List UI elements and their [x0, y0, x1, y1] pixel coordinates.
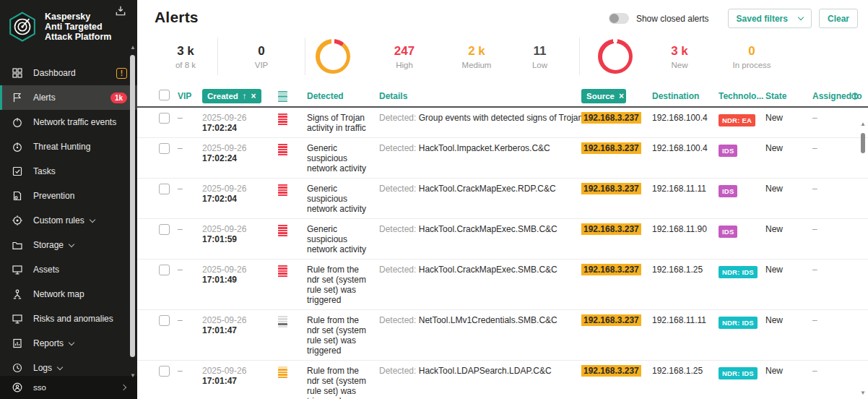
saved-filters-button[interactable]: Saved filters	[728, 9, 812, 28]
row-checkbox[interactable]	[159, 143, 170, 154]
sidebar-item-assets[interactable]: Assets	[0, 257, 137, 282]
column-details[interactable]: Details	[379, 91, 581, 101]
report-chart-icon	[12, 338, 23, 349]
state-cell: New	[765, 366, 812, 376]
traffic-gauge-icon	[12, 116, 23, 128]
download-icon[interactable]	[114, 4, 127, 17]
row-checkbox[interactable]	[159, 315, 170, 326]
sidebar-item-label: Network traffic events	[33, 117, 116, 127]
clear-button[interactable]: Clear	[819, 9, 858, 28]
table-row[interactable]: – 2025-09-26 17:02:24 Generic suspicious…	[137, 138, 868, 179]
destination-cell: 192.168.1.25	[652, 265, 719, 275]
sidebar-item-risks-and-anomalies[interactable]: Risks and anomalies	[0, 306, 137, 331]
row-checkbox[interactable]	[159, 265, 170, 275]
sidebar-item-prevention[interactable]: Prevention	[0, 184, 137, 208]
table-row[interactable]: – 2025-09-26 17:01:59 Generic suspicious…	[137, 219, 868, 259]
row-checkbox[interactable]	[159, 184, 170, 194]
sidebar: Kaspersky Anti Targeted Attack Platform …	[0, 0, 137, 399]
topbar: Alerts Show closed alerts Saved filters …	[137, 0, 868, 28]
sidebar-item-reports[interactable]: Reports	[0, 331, 137, 356]
sidebar-nav: Dashboard! Alerts1k Network traffic even…	[0, 61, 137, 380]
importance-icon	[278, 366, 287, 378]
sidebar-scrollbar[interactable]: ▲ ▼	[129, 45, 136, 379]
sidebar-item-tasks[interactable]: Tasks	[0, 159, 137, 184]
created-filter-chip[interactable]: Created ↑ ×	[202, 89, 261, 103]
importance-column-icon[interactable]	[278, 91, 287, 103]
kaspersky-logo	[7, 12, 38, 42]
row-checkbox[interactable]	[159, 224, 170, 235]
row-checkbox[interactable]	[159, 366, 170, 377]
table-row[interactable]: – 2025-09-26 17:01:47 Rule from the ndr …	[137, 361, 868, 399]
technology-badge: IDS	[719, 185, 737, 197]
chevron-down-icon	[798, 14, 804, 20]
importance-icon	[278, 184, 287, 196]
scroll-down-icon[interactable]: ▼	[129, 373, 136, 379]
table-row[interactable]: – 2025-09-26 17:01:47 Rule from the ndr …	[137, 310, 868, 361]
stats-bar: 3 k of 8 k 0 VIP 247 High 2 k Medium 11 …	[154, 34, 868, 79]
network-map-icon	[12, 288, 23, 300]
sidebar-item-network-traffic-events[interactable]: Network traffic events	[0, 110, 137, 134]
importance-icon	[278, 265, 287, 277]
state-cell: New	[765, 184, 812, 194]
sidebar-item-threat-hunting[interactable]: Threat Hunting	[0, 134, 137, 159]
sidebar-item-label: Risks and anomalies	[33, 314, 113, 324]
user-circle-icon	[12, 382, 23, 393]
table-row[interactable]: – 2025-09-26 17:02:24 Signs of Trojan ac…	[137, 108, 868, 138]
technology-badge: NDR: IDS	[719, 266, 758, 278]
stat-vip: 0 VIP	[218, 44, 305, 69]
column-state[interactable]: State	[765, 91, 812, 101]
source-cell: 192.168.3.237	[581, 184, 652, 194]
divider	[579, 38, 580, 75]
sidebar-item-storage[interactable]: Storage	[0, 233, 137, 257]
sidebar-item-label: Tasks	[33, 166, 56, 176]
scrollbar-thumb[interactable]	[130, 55, 135, 357]
sidebar-item-network-map[interactable]: Network map	[0, 282, 137, 306]
show-closed-alerts-toggle[interactable]	[609, 13, 629, 24]
scrollbar-thumb[interactable]	[861, 133, 865, 153]
select-all-checkbox[interactable]	[159, 90, 170, 100]
column-detected[interactable]: Detected	[307, 91, 379, 101]
stat-high: 247 High	[365, 44, 444, 69]
detected-cell: Signs of Trojan activity in traffic	[307, 113, 379, 133]
close-icon[interactable]: ×	[619, 93, 624, 100]
scroll-up-icon[interactable]: ▲	[859, 121, 867, 127]
column-destination[interactable]: Destination	[652, 91, 719, 101]
table-row[interactable]: – 2025-09-26 17:01:49 Rule from the ndr …	[137, 259, 868, 310]
detected-cell: Generic suspicious network activity	[307, 143, 379, 173]
gear-icon[interactable]: ⚙	[850, 90, 859, 102]
sidebar-item-custom-rules[interactable]: Custom rules	[0, 208, 137, 233]
close-icon[interactable]: ×	[251, 93, 256, 100]
source-filter-chip[interactable]: Source ×	[581, 89, 626, 103]
monitor-icon	[12, 313, 23, 325]
vip-cell: –	[178, 143, 202, 153]
sidebar-item-sso[interactable]: sso	[0, 376, 137, 399]
importance-icon	[278, 144, 287, 155]
scroll-up-icon[interactable]: ▲	[129, 45, 136, 51]
chevron-right-icon	[121, 385, 126, 390]
created-cell: 2025-09-26 17:02:24	[202, 113, 278, 133]
vip-cell: –	[178, 315, 202, 325]
column-assigned[interactable]: Assigned to	[812, 91, 868, 101]
tasks-check-icon	[12, 166, 23, 177]
table-row[interactable]: – 2025-09-26 17:02:04 Generic suspicious…	[137, 179, 868, 219]
scroll-down-icon[interactable]: ▼	[859, 390, 867, 396]
row-checkbox[interactable]	[159, 113, 170, 124]
vip-cell: –	[178, 366, 202, 376]
created-cell: 2025-09-26 17:02:24	[202, 143, 278, 163]
sidebar-item-label: Storage	[33, 240, 64, 250]
technology-badge: NDR: IDS	[719, 367, 758, 379]
column-vip[interactable]: VIP	[178, 91, 202, 101]
table-scrollbar[interactable]: ▲ ▼	[859, 121, 867, 396]
created-cell: 2025-09-26 17:02:04	[202, 184, 278, 204]
details-cell: Detected: NetTool.LMv1Credentials.SMB.C&…	[379, 315, 581, 325]
column-technology[interactable]: Technolo...	[719, 91, 765, 101]
page-title: Alerts	[155, 9, 199, 26]
detected-cell: Rule from the ndr set (system rule set) …	[307, 315, 379, 356]
source-cell: 192.168.3.237	[581, 113, 652, 123]
sidebar-item-dashboard[interactable]: Dashboard!	[0, 61, 137, 85]
sort-asc-icon[interactable]: ↑	[243, 92, 247, 100]
destination-cell: 192.168.11.90	[652, 224, 719, 234]
table-header: VIP Created ↑ × Detected Details Source …	[137, 86, 868, 108]
technology-badge: IDS	[719, 145, 737, 157]
sidebar-item-alerts[interactable]: Alerts1k	[0, 85, 137, 110]
